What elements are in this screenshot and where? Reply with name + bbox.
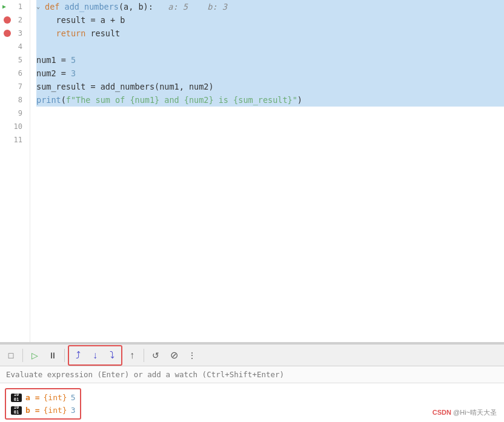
toolbar-separator-1 bbox=[22, 349, 23, 362]
var-value-b: 3 bbox=[71, 406, 76, 415]
toolbar-separator-2 bbox=[64, 349, 65, 362]
step-into-code-button[interactable]: ⤵ bbox=[104, 347, 121, 364]
variables-box: 1001a ={int}51001b ={int}3 bbox=[5, 388, 81, 420]
var-item-b: 1001b ={int}3 bbox=[11, 404, 75, 417]
code-line-11[interactable] bbox=[36, 133, 504, 147]
stop-button[interactable]: □ bbox=[2, 347, 19, 364]
var-name-a: a = bbox=[25, 393, 39, 402]
step-into-button[interactable]: ↓ bbox=[87, 347, 104, 364]
watermark: CSDN @Hi~晴天大圣 bbox=[433, 408, 497, 417]
line-numbers: 1234567891011 bbox=[0, 0, 30, 342]
editor-area: 1234567891011 ⌄ def add_numbers(a, b): a… bbox=[0, 0, 504, 344]
code-line-4[interactable] bbox=[36, 40, 504, 53]
code-line-3[interactable]: return result bbox=[36, 27, 504, 40]
step-over-button[interactable]: ⤴ bbox=[70, 347, 87, 364]
toolbar-separator-3 bbox=[144, 349, 144, 362]
step-out-button[interactable]: ↑ bbox=[124, 347, 141, 364]
var-name-b: b = bbox=[25, 406, 39, 415]
variables-section: 1001a ={int}51001b ={int}3 bbox=[0, 383, 504, 422]
code-line-9[interactable] bbox=[36, 107, 504, 120]
var-icon-a: 1001 bbox=[11, 394, 22, 402]
code-line-6[interactable]: num2 = 3 bbox=[36, 67, 504, 80]
step-group: ⤴ ↓ ⤵ bbox=[68, 345, 122, 366]
clear-button[interactable]: ⊘ bbox=[165, 347, 182, 364]
eval-hint-text: Evaluate expression (Enter) or add a wat… bbox=[6, 370, 284, 379]
eval-bar: Evaluate expression (Enter) or add a wat… bbox=[0, 366, 504, 383]
debug-toolbar: □ ▷ ⏸ ⤴ ↓ ⤵ ↑ ↺ ⊘ ⋮ bbox=[0, 345, 504, 366]
var-type-a: {int} bbox=[43, 393, 67, 402]
var-type-b: {int} bbox=[43, 406, 67, 415]
code-line-1[interactable]: ⌄ def add_numbers(a, b): a: 5 b: 3 bbox=[36, 0, 504, 13]
code-line-5[interactable]: num1 = 5 bbox=[36, 53, 504, 67]
var-icon-b: 1001 bbox=[11, 406, 22, 415]
code-line-8[interactable]: print(f"The sum of {num1} and {num2} is … bbox=[36, 93, 504, 107]
watermark-user: @Hi~晴天大圣 bbox=[453, 409, 497, 416]
code-line-7[interactable]: sum_result = add_numbers(num1, num2) bbox=[36, 80, 504, 93]
more-button[interactable]: ⋮ bbox=[184, 347, 201, 364]
reload-button[interactable]: ↺ bbox=[147, 347, 164, 364]
pause-button[interactable]: ⏸ bbox=[44, 347, 61, 364]
watermark-site: CSDN bbox=[433, 409, 451, 416]
var-item-a: 1001a ={int}5 bbox=[11, 391, 75, 404]
debugger-panel: □ ▷ ⏸ ⤴ ↓ ⤵ ↑ ↺ ⊘ ⋮ Evaluate expression … bbox=[0, 344, 504, 422]
var-value-a: 5 bbox=[71, 393, 76, 402]
code-content[interactable]: ⌄ def add_numbers(a, b): a: 5 b: 3 resul… bbox=[30, 0, 504, 342]
code-view: 1234567891011 ⌄ def add_numbers(a, b): a… bbox=[0, 0, 504, 342]
code-line-2[interactable]: result = a + b bbox=[36, 13, 504, 27]
code-line-10[interactable] bbox=[36, 120, 504, 133]
resume-button[interactable]: ▷ bbox=[26, 347, 43, 364]
